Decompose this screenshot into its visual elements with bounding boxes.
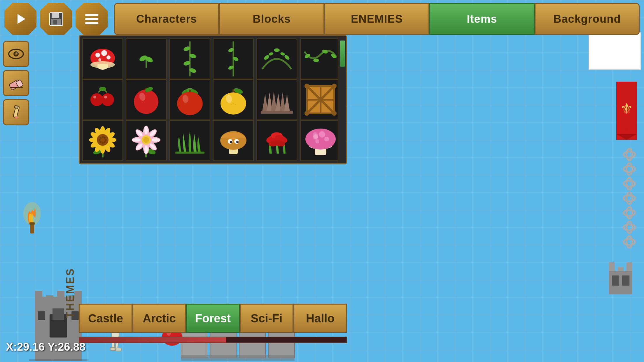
svg-point-102 <box>97 134 108 146</box>
svg-rect-175 <box>622 275 629 286</box>
scroll-thumb[interactable] <box>340 41 345 67</box>
eraser-button[interactable] <box>3 70 29 96</box>
torch <box>22 201 45 237</box>
svg-point-105 <box>104 137 106 139</box>
item-grass[interactable] <box>169 120 210 161</box>
item-mushroom-fancy[interactable] <box>213 120 254 161</box>
tab-characters[interactable]: Characters <box>114 3 219 35</box>
svg-rect-174 <box>612 275 619 286</box>
svg-rect-211 <box>239 332 265 358</box>
svg-rect-171 <box>618 267 624 271</box>
theme-scifi[interactable]: Sci-Fi <box>240 304 293 333</box>
item-red-plant[interactable] <box>256 120 297 161</box>
theme-arctic[interactable]: Arctic <box>132 304 186 333</box>
item-sunflower[interactable] <box>82 120 123 161</box>
tab-background[interactable]: Background <box>535 3 640 35</box>
item-flower-white[interactable] <box>126 120 167 161</box>
svg-rect-189 <box>29 222 35 225</box>
svg-point-168 <box>624 239 635 245</box>
eye-button[interactable] <box>3 41 29 67</box>
theme-hallo[interactable]: Hallo <box>293 304 347 333</box>
svg-rect-65 <box>232 89 234 93</box>
svg-rect-131 <box>175 152 204 154</box>
svg-point-159 <box>626 163 632 175</box>
item-empty-1[interactable] <box>126 38 167 79</box>
svg-rect-203 <box>116 348 121 351</box>
theme-forest[interactable]: Forest <box>186 304 240 333</box>
svg-point-121 <box>144 126 148 134</box>
item-spikes[interactable] <box>256 79 297 120</box>
svg-point-103 <box>100 137 102 139</box>
svg-point-163 <box>626 192 632 204</box>
svg-point-87 <box>332 111 337 116</box>
svg-point-161 <box>626 178 632 189</box>
svg-point-166 <box>624 224 635 230</box>
theme-castle[interactable]: Castle <box>79 304 132 333</box>
item-mushroom-pink[interactable] <box>300 120 341 161</box>
item-vine-garland[interactable] <box>300 38 341 79</box>
scrollbar[interactable] <box>338 36 346 163</box>
tab-navigation: Characters Blocks ENEMIES Items Backgrou… <box>114 3 640 35</box>
svg-point-158 <box>624 166 635 172</box>
svg-rect-186 <box>29 359 88 361</box>
svg-point-43 <box>280 52 285 56</box>
tab-enemies[interactable]: ENEMIES <box>324 3 429 35</box>
svg-rect-4 <box>53 20 57 24</box>
progress-bar-container <box>79 337 347 343</box>
svg-point-107 <box>104 141 106 143</box>
item-vine-arch[interactable] <box>256 38 297 79</box>
svg-rect-5 <box>85 14 98 16</box>
svg-rect-172 <box>626 262 632 271</box>
item-crate[interactable] <box>300 79 341 120</box>
item-vine-straight[interactable] <box>169 38 210 79</box>
svg-point-157 <box>626 149 632 160</box>
item-lemon[interactable] <box>213 79 254 120</box>
save-button[interactable] <box>40 3 72 35</box>
svg-point-125 <box>144 145 148 154</box>
svg-point-40 <box>274 48 280 52</box>
svg-rect-170 <box>609 262 615 271</box>
svg-point-169 <box>626 236 632 248</box>
tab-blocks[interactable]: Blocks <box>219 3 324 35</box>
svg-point-109 <box>100 141 102 143</box>
top-toolbar: Characters Blocks ENEMIES Items Backgrou… <box>0 0 644 38</box>
menu-button[interactable] <box>76 3 108 35</box>
svg-point-70 <box>231 104 232 105</box>
svg-point-45 <box>313 59 319 62</box>
svg-point-11 <box>16 52 18 54</box>
tab-items[interactable]: Items <box>429 3 534 35</box>
svg-point-84 <box>304 84 309 88</box>
svg-point-167 <box>626 222 632 233</box>
left-sidebar <box>3 41 29 125</box>
svg-point-86 <box>304 111 309 116</box>
svg-point-127 <box>132 138 141 142</box>
play-button[interactable] <box>4 3 36 35</box>
svg-rect-184 <box>38 311 45 320</box>
item-tomato[interactable] <box>169 79 210 120</box>
pencil-button[interactable] <box>3 99 29 125</box>
svg-point-164 <box>624 210 635 216</box>
svg-point-148 <box>319 131 325 138</box>
svg-rect-178 <box>46 295 53 301</box>
svg-point-138 <box>236 141 239 143</box>
svg-rect-17 <box>14 105 18 108</box>
item-apple-red[interactable] <box>126 79 167 120</box>
item-mushroom-red[interactable] <box>82 38 123 79</box>
progress-bar-fill <box>79 337 226 342</box>
svg-point-123 <box>152 138 160 142</box>
svg-point-156 <box>624 152 635 157</box>
svg-rect-212 <box>268 332 295 358</box>
item-vine-stem[interactable] <box>213 38 254 79</box>
right-castle-deco <box>609 146 644 322</box>
svg-point-137 <box>230 141 232 143</box>
svg-rect-77 <box>261 111 293 114</box>
svg-point-23 <box>98 58 101 61</box>
item-panel <box>79 35 347 164</box>
svg-point-160 <box>624 181 635 187</box>
svg-point-149 <box>324 137 329 141</box>
svg-rect-188 <box>30 223 34 233</box>
coordinates-display: X:29.16 Y:26.88 <box>6 341 85 353</box>
svg-point-20 <box>95 53 100 57</box>
svg-point-26 <box>90 61 115 68</box>
item-cherries[interactable] <box>82 79 123 120</box>
